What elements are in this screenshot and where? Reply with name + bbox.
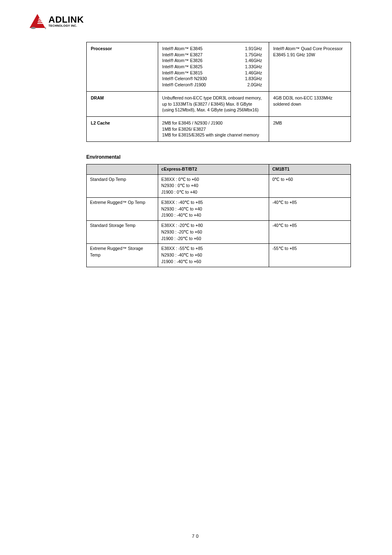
svg-rect-2 (39, 18, 43, 19)
spec-table: ProcessorIntel® Atom™ E38451.91GHzIntel®… (86, 42, 351, 142)
spec-label: L2 Cache (87, 116, 158, 141)
table-row: Extreme Rugged™ Op TempE38XX : -40℃ to +… (87, 197, 351, 220)
env-label: Extreme Rugged™ Storage Temp (87, 244, 158, 267)
env-label: Standard Op Temp (87, 174, 158, 197)
spec-label: DRAM (87, 91, 158, 116)
env-header-blank (87, 164, 158, 174)
table-row: Standard Op TempE38XX : 0℃ to +60N2930 :… (87, 174, 351, 197)
logo-main-text: ADLINK (48, 15, 84, 24)
environmental-table: cExpress-BT/BT2 CM1BT1 Standard Op TempE… (86, 164, 351, 267)
env-col3: -55℃ to +85 (269, 244, 350, 267)
env-header-col2: cExpress-BT/BT2 (158, 164, 269, 174)
table-row: Standard Storage TempE38XX : -20℃ to +80… (87, 221, 351, 244)
env-label: Extreme Rugged™ Op Temp (87, 197, 158, 220)
env-header-col3: CM1BT1 (269, 164, 350, 174)
env-label: Standard Storage Temp (87, 221, 158, 244)
svg-text:®: ® (45, 27, 46, 30)
spec-label: Processor (87, 42, 158, 92)
svg-point-1 (31, 27, 36, 29)
svg-rect-4 (38, 21, 44, 22)
table-row: L2 Cache2MB for E3845 / N2930 / J19001MB… (87, 116, 351, 141)
env-col3: 0℃ to +60 (269, 174, 350, 197)
env-col3: -40℃ to +85 (269, 221, 350, 244)
spec-right: Intel® Atom™ Quad Core Processor E3845 1… (269, 42, 350, 92)
logo-sub-text: TECHNOLOGY INC. (48, 24, 84, 27)
spec-center: Intel® Atom™ E38451.91GHzIntel® Atom™ E3… (158, 42, 269, 92)
svg-rect-5 (37, 23, 44, 24)
env-col2: E38XX : 0℃ to +60N2930 : 0℃ to +40J1900 … (158, 174, 269, 197)
env-col3: -40℃ to +85 (269, 197, 350, 220)
environmental-heading: Environmental (86, 154, 351, 160)
env-col2: E38XX : -40℃ to +85N2930 : -40℃ to +40J1… (158, 197, 269, 220)
spec-right: 2MB (269, 116, 350, 141)
env-col2: E38XX : -55℃ to +85N2930 : -40℃ to +60J1… (158, 244, 269, 267)
brand-logo: ® ADLINK TECHNOLOGY INC. (29, 12, 363, 30)
table-row: ProcessorIntel® Atom™ E38451.91GHzIntel®… (87, 42, 351, 92)
page-number: 70 (0, 534, 392, 539)
logo-triangle-icon: ® (29, 12, 46, 30)
svg-rect-3 (38, 20, 43, 21)
spec-right: 4GB DD3L non-ECC 1333MHz soldered down (269, 91, 350, 116)
env-col2: E38XX : -20℃ to +80N2930 : -20℃ to +60J1… (158, 221, 269, 244)
table-row: Extreme Rugged™ Storage TempE38XX : -55℃… (87, 244, 351, 267)
spec-center: 2MB for E3845 / N2930 / J19001MB for E38… (158, 116, 269, 141)
svg-marker-0 (30, 14, 45, 28)
spec-center: Unbuffered non-ECC type DDR3L onboard me… (158, 91, 269, 116)
table-row: DRAMUnbuffered non-ECC type DDR3L onboar… (87, 91, 351, 116)
